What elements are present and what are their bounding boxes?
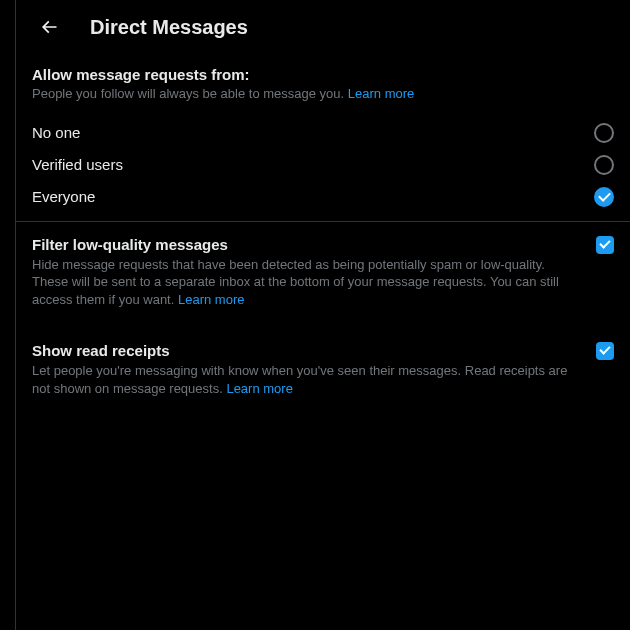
filter-desc: Hide message requests that have been det… <box>32 256 614 309</box>
radio-row-noone[interactable]: No one <box>16 117 630 149</box>
filter-section: Filter low-quality messages Hide message… <box>16 222 630 319</box>
radio-verified[interactable] <box>594 155 614 175</box>
radio-row-everyone[interactable]: Everyone <box>16 181 630 213</box>
receipts-title: Show read receipts <box>32 342 170 359</box>
page-header: Direct Messages <box>16 0 630 54</box>
radio-row-verified[interactable]: Verified users <box>16 149 630 181</box>
radio-everyone[interactable] <box>594 187 614 207</box>
filter-title-row: Filter low-quality messages <box>32 236 614 254</box>
allow-learn-more-link[interactable]: Learn more <box>348 86 414 101</box>
radio-label-verified: Verified users <box>32 156 123 173</box>
allow-requests-section: Allow message requests from: People you … <box>16 54 630 117</box>
receipts-learn-more-link[interactable]: Learn more <box>226 381 292 396</box>
page-title: Direct Messages <box>90 16 248 39</box>
filter-checkbox[interactable] <box>596 236 614 254</box>
allow-requests-desc-text: People you follow will always be able to… <box>32 86 344 101</box>
back-button[interactable] <box>32 10 66 44</box>
receipts-desc: Let people you're messaging with know wh… <box>32 362 614 397</box>
filter-learn-more-link[interactable]: Learn more <box>178 292 244 307</box>
arrow-left-icon <box>39 17 59 37</box>
receipts-title-row: Show read receipts <box>32 342 614 360</box>
settings-page: Direct Messages Allow message requests f… <box>15 0 630 630</box>
radio-label-noone: No one <box>32 124 80 141</box>
filter-desc-text: Hide message requests that have been det… <box>32 257 559 307</box>
receipts-section: Show read receipts Let people you're mes… <box>16 318 630 407</box>
allow-requests-title: Allow message requests from: <box>32 66 614 83</box>
receipts-checkbox[interactable] <box>596 342 614 360</box>
receipts-desc-text: Let people you're messaging with know wh… <box>32 363 567 396</box>
filter-title: Filter low-quality messages <box>32 236 228 253</box>
allow-requests-desc: People you follow will always be able to… <box>32 85 614 103</box>
radio-noone[interactable] <box>594 123 614 143</box>
radio-label-everyone: Everyone <box>32 188 95 205</box>
